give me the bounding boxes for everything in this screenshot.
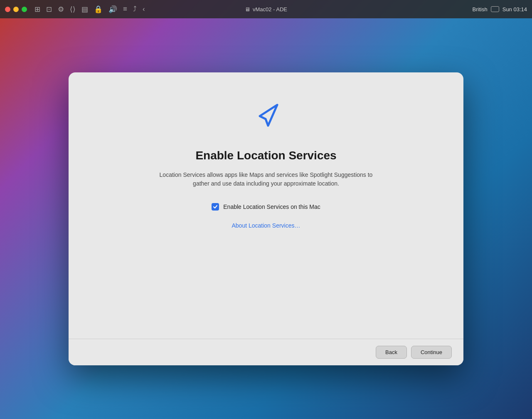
- about-location-services-link[interactable]: About Location Services…: [232, 222, 300, 229]
- lock-icon[interactable]: 🔒: [94, 5, 103, 14]
- back-nav-icon[interactable]: ‹: [143, 5, 145, 13]
- keyboard-icon: [491, 6, 499, 12]
- desktop: Enable Location Services Location Servic…: [0, 18, 532, 419]
- toolbar-icons: ⊞ ⊡ ⚙ ⟨⟩ ▤ 🔒 🔊 ≡ ⤴ ‹: [34, 5, 145, 14]
- traffic-lights: [5, 7, 27, 12]
- location-services-icon: [247, 97, 285, 136]
- minimize-button[interactable]: [13, 7, 19, 12]
- enable-location-checkbox[interactable]: [212, 203, 219, 211]
- dialog-title: Enable Location Services: [195, 149, 336, 162]
- notes-icon[interactable]: ≡: [123, 5, 127, 13]
- titlebar-right: British Sun 03:14: [473, 6, 527, 12]
- window-title: 🖥 vMac02 - ADE: [245, 6, 287, 12]
- setup-dialog: Enable Location Services Location Servic…: [69, 72, 463, 365]
- back-button[interactable]: Back: [376, 346, 407, 359]
- code-icon[interactable]: ⟨⟩: [70, 5, 76, 14]
- sound-icon[interactable]: 🔊: [108, 5, 117, 14]
- dialog-content: Enable Location Services Location Servic…: [69, 72, 463, 339]
- maximize-button[interactable]: [22, 7, 27, 12]
- close-button[interactable]: [5, 7, 10, 12]
- continue-button[interactable]: Continue: [411, 346, 452, 359]
- drive-icon[interactable]: ▤: [81, 5, 88, 14]
- clock: Sun 03:14: [502, 6, 527, 12]
- screenshot-icon[interactable]: ⊡: [46, 5, 52, 14]
- share-icon[interactable]: ⤴: [133, 5, 137, 13]
- titlebar: ⊞ ⊡ ⚙ ⟨⟩ ▤ 🔒 🔊 ≡ ⤴ ‹ 🖥 vMac02 - ADE Brit…: [0, 0, 532, 18]
- checkbox-row[interactable]: Enable Location Services on this Mac: [212, 203, 320, 211]
- vm-icon: 🖥: [245, 6, 250, 12]
- checkbox-label: Enable Location Services on this Mac: [223, 203, 320, 210]
- wrench-icon[interactable]: ⚙: [58, 5, 64, 14]
- dialog-description: Location Services allows apps like Maps …: [158, 171, 374, 188]
- keyboard-layout-label[interactable]: British: [473, 6, 488, 12]
- dialog-footer: Back Continue: [69, 339, 463, 365]
- sidebar-icon[interactable]: ⊞: [34, 5, 40, 14]
